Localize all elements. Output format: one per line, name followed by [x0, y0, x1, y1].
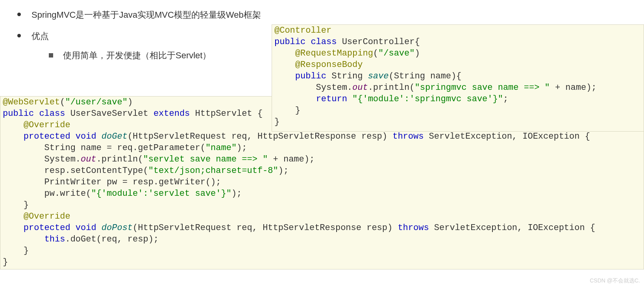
code-text: System.: [274, 83, 352, 93]
code-text: class: [311, 37, 337, 47]
code-text: .doGet(req, resp);: [65, 234, 159, 244]
code-text: "/save": [378, 48, 415, 58]
code-text: out: [352, 83, 368, 93]
code-text: doGet: [102, 132, 128, 141]
code-text: void: [76, 132, 96, 141]
code-text: [3, 234, 44, 244]
code-text: UserSaveServlet: [65, 109, 153, 119]
code-text: );: [231, 189, 242, 199]
watermark-text: CSDN @不会就选C.: [590, 277, 640, 284]
code-text: this: [44, 234, 65, 244]
code-text: ServletException, IOException {: [429, 223, 595, 233]
code-text: (HttpServletRequest req, HttpServletResp…: [133, 223, 398, 233]
code-text: );: [237, 143, 247, 153]
code-text: @RequestMapping: [295, 48, 373, 58]
code-text: @ResponseBody: [295, 60, 363, 70]
code-text: @WebServlet: [3, 97, 60, 107]
code-text: }: [3, 246, 29, 256]
code-text: [70, 132, 76, 141]
code-text: [274, 60, 295, 70]
code-text: [34, 109, 39, 119]
code-text: [274, 71, 295, 81]
code-text: }: [3, 200, 29, 210]
code-text: "servlet save name ==> ": [143, 154, 268, 164]
code-text: (HttpServletRequest req, HttpServletResp…: [128, 132, 392, 141]
code-text: extends: [154, 109, 190, 119]
code-text: "name": [205, 143, 237, 153]
code-text: @Override: [3, 120, 70, 130]
code-text: String: [326, 71, 368, 81]
code-text: @Override: [3, 212, 70, 221]
code-text: }: [274, 117, 279, 127]
code-text: throws: [398, 223, 429, 233]
code-text: .println(: [368, 83, 415, 93]
code-text: HttpServlet {: [190, 109, 263, 119]
code-text: public: [3, 109, 34, 119]
code-text: void: [76, 223, 96, 233]
code-text: }: [274, 106, 300, 115]
code-text: [96, 223, 102, 233]
code-text: .println(: [96, 154, 143, 164]
code-text: out: [81, 154, 96, 164]
code-text: throws: [392, 132, 424, 141]
code-text: UserController{: [337, 37, 420, 47]
code-text: return: [316, 94, 347, 104]
code-text: @Controller: [274, 26, 331, 35]
code-text: ;: [503, 94, 508, 104]
code-text: ServletException, IOException {: [424, 132, 590, 141]
code-text: [3, 223, 24, 233]
code-text: PrintWriter pw = resp.getWriter();: [3, 177, 221, 187]
code-text: [3, 132, 24, 141]
code-text: [96, 132, 102, 141]
code-text: pw.write(: [3, 189, 91, 199]
page-root: SpringMVC是一种基于Java实现MVC模型的轻量级Web框架 优点 使用…: [0, 0, 644, 286]
code-text: protected: [24, 132, 70, 141]
bullet-item-1: SpringMVC是一种基于Java实现MVC模型的轻量级Web框架: [16, 7, 644, 23]
code-text: "{'module':'springmvc save'}": [352, 94, 503, 104]
code-text: String name = req.getParameter(: [3, 143, 205, 153]
code-text: "{'module':'servlet save'}": [91, 189, 231, 199]
code-text: + name);: [268, 154, 315, 164]
code-text: public: [295, 71, 326, 81]
code-text: );: [278, 166, 289, 176]
code-text: (: [373, 48, 378, 58]
code-text: [347, 94, 352, 104]
code-text: doPost: [102, 223, 133, 233]
code-text: "springmvc save name ==> ": [415, 83, 550, 93]
code-text: [305, 37, 311, 47]
code-text: [274, 48, 295, 58]
code-text: System.: [3, 154, 81, 164]
code-text: (: [60, 97, 65, 107]
code-text: [274, 94, 316, 104]
controller-code-block: @Controller public class UserController{…: [272, 24, 644, 132]
code-text: resp.setContentType(: [3, 166, 148, 176]
code-text: (String name){: [389, 71, 461, 81]
code-text: protected: [24, 223, 70, 233]
code-text: [70, 223, 76, 233]
code-text: "text/json;charset=utf-8": [148, 166, 278, 176]
code-text: "/user/save": [65, 97, 127, 107]
code-text: save: [368, 71, 389, 81]
code-text: ): [415, 48, 420, 58]
code-text: ): [128, 97, 133, 107]
code-text: }: [3, 257, 8, 267]
code-text: class: [39, 109, 65, 119]
code-text: public: [274, 37, 305, 47]
code-text: + name);: [550, 83, 597, 93]
bullet-item-2-label: 优点: [31, 31, 49, 41]
